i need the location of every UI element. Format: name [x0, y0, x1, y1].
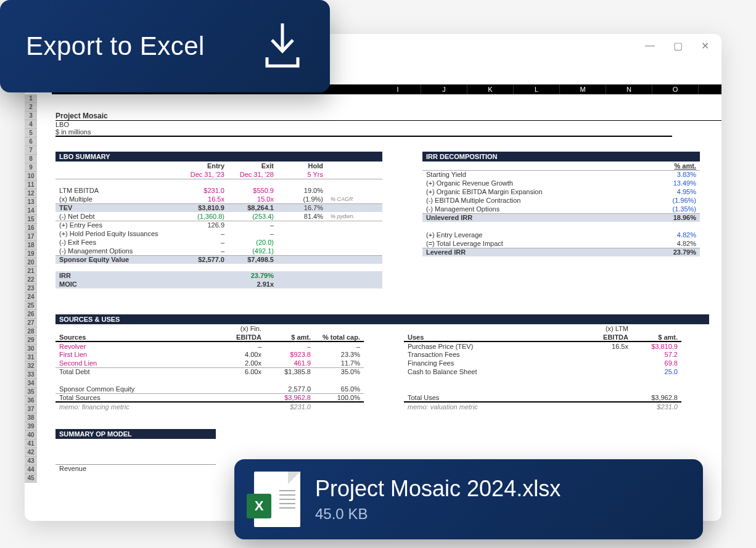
row-header-21[interactable]: 21: [25, 267, 37, 276]
project-units: $ in millions: [55, 128, 672, 137]
row-header-15[interactable]: 15: [25, 215, 37, 224]
irr-decomp-header: IRR DECOMPOSITION: [422, 152, 700, 162]
row-header-27[interactable]: 27: [25, 319, 37, 327]
row-header-2[interactable]: 2: [25, 103, 37, 112]
row-header-13[interactable]: 13: [25, 198, 37, 207]
row-header-29[interactable]: 29: [25, 336, 37, 345]
spreadsheet-window: — ▢ ✕ I J K L M N O 12345678910111213141…: [25, 34, 721, 521]
file-download-card[interactable]: X Project Mosaic 2024.xlsx 45.0 KB: [234, 459, 703, 539]
row-header-28[interactable]: 28: [25, 327, 37, 336]
project-title: Project Mosaic: [55, 112, 721, 121]
row-header-40[interactable]: 40: [25, 431, 37, 440]
row-header-30[interactable]: 30: [25, 345, 37, 353]
row-header-34[interactable]: 34: [25, 379, 37, 388]
project-model: LBO: [55, 121, 721, 128]
row-header-38[interactable]: 38: [25, 414, 37, 422]
row-header-6[interactable]: 6: [25, 137, 37, 146]
lbo-summary-table: Entry Exit Hold Dec 31, '23 Dec 31, '28 …: [55, 162, 382, 288]
row-header-25[interactable]: 25: [25, 301, 37, 310]
row-header-1[interactable]: 1: [25, 94, 37, 103]
col-N[interactable]: N: [606, 84, 652, 94]
row-header-9[interactable]: 9: [25, 163, 37, 172]
row-header-3[interactable]: 3: [25, 112, 37, 120]
row-header-8[interactable]: 8: [25, 155, 37, 163]
row-header-26[interactable]: 26: [25, 310, 37, 319]
row-header-24[interactable]: 24: [25, 293, 37, 301]
row-header-35[interactable]: 35: [25, 388, 37, 396]
irr-decomp-table: % amt. Starting Yield3.83%(+) Organic Re…: [422, 162, 700, 256]
row-header-18[interactable]: 18: [25, 241, 37, 250]
row-header-16[interactable]: 16: [25, 224, 37, 232]
download-icon: [261, 20, 304, 72]
maximize-icon[interactable]: ▢: [673, 40, 683, 52]
row-header-43[interactable]: 43: [25, 457, 37, 465]
op-model-header: SUMMARY OP MODEL: [55, 429, 216, 439]
col-M[interactable]: M: [560, 84, 606, 94]
row-header-32[interactable]: 32: [25, 362, 37, 370]
row-header-33[interactable]: 33: [25, 370, 37, 379]
row-header-41[interactable]: 41: [25, 440, 37, 448]
minimize-icon[interactable]: —: [645, 40, 655, 52]
row-header-7[interactable]: 7: [25, 146, 37, 155]
row-headers: 1234567891011121314151617181920212223242…: [25, 94, 37, 483]
uses-table: (x) LTM Uses EBITDA $ amt. Purchase Pric…: [404, 324, 681, 411]
row-header-20[interactable]: 20: [25, 258, 37, 267]
row-header-31[interactable]: 31: [25, 353, 37, 362]
file-size: 45.0 KB: [315, 505, 561, 523]
row-header-11[interactable]: 11: [25, 181, 37, 189]
row-header-42[interactable]: 42: [25, 448, 37, 457]
col-L[interactable]: L: [514, 84, 560, 94]
sources-uses-header: SOURCES & USES: [55, 314, 709, 324]
export-to-excel-button[interactable]: Export to Excel: [0, 0, 330, 92]
excel-file-icon: X: [254, 472, 300, 527]
col-J[interactable]: J: [421, 84, 467, 94]
row-header-39[interactable]: 39: [25, 422, 37, 431]
row-header-22[interactable]: 22: [25, 276, 37, 284]
file-name: Project Mosaic 2024.xlsx: [315, 476, 561, 502]
window-controls: — ▢ ✕: [645, 40, 709, 52]
row-header-36[interactable]: 36: [25, 396, 37, 405]
row-header-37[interactable]: 37: [25, 405, 37, 414]
row-header-19[interactable]: 19: [25, 250, 37, 258]
lbo-summary-header: LBO SUMMARY: [55, 152, 382, 162]
row-header-45[interactable]: 45: [25, 474, 37, 483]
col-I[interactable]: I: [375, 84, 421, 94]
export-label: Export to Excel: [26, 31, 205, 61]
row-header-4[interactable]: 4: [25, 120, 37, 129]
col-O[interactable]: O: [652, 84, 699, 94]
col-K[interactable]: K: [467, 84, 514, 94]
row-header-17[interactable]: 17: [25, 232, 37, 241]
row-header-10[interactable]: 10: [25, 172, 37, 181]
row-header-23[interactable]: 23: [25, 284, 37, 293]
close-icon[interactable]: ✕: [701, 40, 709, 52]
sources-table: (x) Fin. Sources EBITDA $ amt. % total c…: [55, 324, 364, 411]
row-header-5[interactable]: 5: [25, 129, 37, 137]
revenue-label: Revenue: [55, 465, 216, 473]
row-header-44[interactable]: 44: [25, 465, 37, 474]
row-header-12[interactable]: 12: [25, 189, 37, 198]
row-header-14[interactable]: 14: [25, 207, 37, 215]
sheet-grid[interactable]: Project Mosaic LBO $ in millions LBO SUM…: [37, 94, 721, 483]
